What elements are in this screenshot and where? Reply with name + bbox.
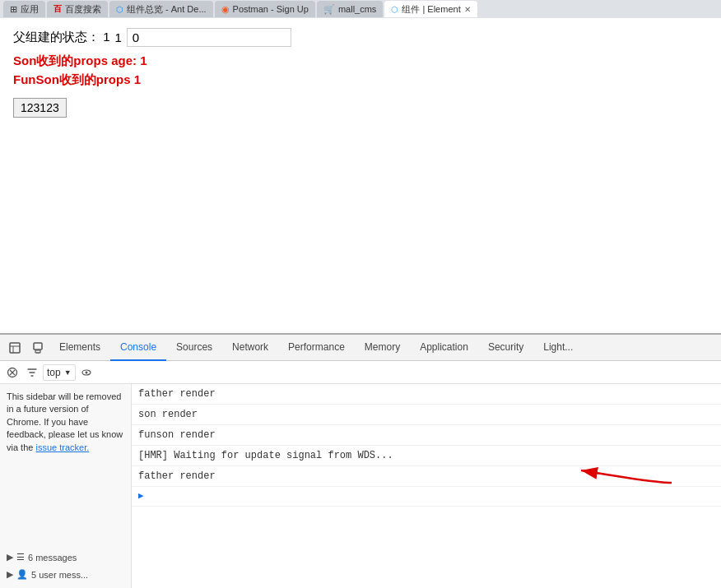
devtools-device-icon[interactable]	[26, 336, 49, 359]
tab-apps-label: 应用	[21, 3, 39, 16]
devtools-tab-network[interactable]: Network	[222, 335, 278, 361]
log-entry-2: son render	[132, 405, 721, 425]
console-filter-icon[interactable]	[23, 363, 41, 382]
console-eye-icon[interactable]	[77, 363, 95, 382]
son-props-value: 1	[140, 53, 147, 67]
son-props-row: Son收到的props age: 1	[13, 53, 708, 69]
state-label: 父组建的状态： 1	[13, 30, 110, 45]
log-text-3: funson render	[138, 428, 714, 442]
state-row: 父组建的状态： 1 1	[13, 28, 708, 47]
devtools-tab-elements-label: Elements	[59, 341, 100, 353]
devtools-tab-application-label: Application	[420, 341, 468, 353]
sidebar-user-messages-label: 5 user mess...	[31, 570, 88, 580]
tab-element[interactable]: ⬡ 组件 | Element ✕	[384, 1, 477, 17]
tab-baidu-label: 百度搜索	[65, 3, 101, 16]
devtools-tab-network-label: Network	[232, 341, 268, 353]
tab-apps[interactable]: ⊞ 应用	[3, 1, 45, 17]
sidebar-messages-row[interactable]: ▶ ☰ 6 messages	[7, 550, 124, 564]
devtools-tab-console[interactable]: Console	[110, 335, 166, 361]
tab-baidu[interactable]: 百 百度搜索	[47, 1, 108, 17]
console-input[interactable]	[97, 365, 718, 380]
state-input[interactable]	[127, 28, 291, 47]
log-text-1: father render	[138, 387, 714, 401]
devtools-body: This sidebar will be removed in a future…	[0, 384, 721, 588]
devtools-sidebar: This sidebar will be removed in a future…	[0, 384, 132, 588]
devtools-tab-security-label: Security	[488, 341, 523, 353]
console-clear-icon[interactable]	[3, 363, 21, 382]
console-toolbar: top ▼	[0, 361, 721, 384]
devtools-inspect-icon[interactable]	[3, 336, 26, 359]
svg-rect-1	[34, 343, 42, 350]
devtools-tab-security[interactable]: Security	[478, 335, 533, 361]
tab-postman-icon: ◉	[221, 4, 230, 15]
devtools-tab-sources[interactable]: Sources	[166, 335, 222, 361]
log-text-4: [HMR] Waiting for update signal from WDS…	[138, 448, 714, 463]
page-button[interactable]: 123123	[13, 98, 67, 118]
log-entry-1: father render	[132, 384, 721, 405]
browser-tabs-bar: ⊞ 应用 百 百度搜索 ⬡ 组件总览 - Ant De... ◉ Postman…	[0, 0, 721, 18]
tab-mallcms[interactable]: 🛒 mall_cms	[317, 1, 383, 17]
tab-postman-label: Postman - Sign Up	[233, 4, 309, 14]
tab-element-icon: ⬡	[391, 5, 398, 14]
log-input-arrow[interactable]: ▶	[138, 489, 144, 503]
sidebar-messages-arrow: ▶	[7, 552, 13, 563]
console-context-selector[interactable]: top ▼	[43, 364, 76, 381]
devtools-tab-memory[interactable]: Memory	[355, 335, 410, 361]
tab-antd[interactable]: ⬡ 组件总览 - Ant De...	[109, 1, 213, 17]
sidebar-issue-tracker-link[interactable]: issue tracker.	[35, 442, 89, 452]
log-entry-5: father render	[132, 466, 721, 487]
tab-mallcms-label: mall_cms	[338, 4, 376, 14]
sidebar-warning-text: This sidebar will be removed in a future…	[7, 391, 124, 454]
devtools-tab-sources-label: Sources	[176, 341, 212, 353]
state-value: 1	[115, 30, 122, 44]
console-log-area: father render son render funson render […	[132, 384, 721, 588]
funson-props-value: 1	[134, 72, 141, 86]
tab-postman[interactable]: ◉ Postman - Sign Up	[215, 1, 315, 17]
svg-rect-0	[10, 343, 20, 353]
console-context-label: top	[47, 367, 61, 378]
log-text-5: father render	[138, 469, 714, 484]
devtools-tab-bar: Elements Console Sources Network Perform…	[0, 335, 721, 361]
devtools-tab-application[interactable]: Application	[410, 335, 478, 361]
log-entry-4: [HMR] Waiting for update signal from WDS…	[132, 446, 721, 466]
sidebar-messages-icon: ☰	[16, 552, 25, 563]
sidebar-user-icon: 👤	[16, 569, 28, 580]
tab-apps-icon: ⊞	[10, 4, 17, 15]
devtools-tab-memory-label: Memory	[365, 341, 400, 353]
page-content: 父组建的状态： 1 1 Son收到的props age: 1 FunSon收到的…	[0, 18, 721, 351]
devtools-tab-performance[interactable]: Performance	[278, 335, 355, 361]
devtools-panel: Elements Console Sources Network Perform…	[0, 333, 721, 588]
tab-element-label: 组件 | Element	[402, 3, 460, 16]
tab-baidu-icon: 百	[53, 3, 62, 15]
funson-props-row: FunSon收到的props 1	[13, 72, 708, 88]
log-entry-3: funson render	[132, 425, 721, 446]
devtools-tab-lighthouse[interactable]: Light...	[533, 335, 583, 361]
svg-point-5	[85, 371, 87, 373]
tab-element-close[interactable]: ✕	[464, 5, 471, 14]
devtools-tab-performance-label: Performance	[288, 341, 345, 353]
tab-antd-label: 组件总览 - Ant De...	[127, 3, 207, 16]
tab-antd-icon: ⬡	[116, 5, 123, 14]
console-context-dropdown-icon: ▼	[64, 368, 72, 377]
devtools-tab-console-label: Console	[120, 341, 156, 353]
sidebar-user-messages-arrow: ▶	[7, 569, 13, 580]
tab-mallcms-icon: 🛒	[323, 4, 335, 15]
devtools-tab-lighthouse-label: Light...	[543, 341, 573, 353]
sidebar-bottom: ▶ ☰ 6 messages ▶ 👤 5 user mess...	[7, 550, 124, 581]
sidebar-messages-label: 6 messages	[28, 553, 77, 563]
son-props-label: Son收到的props age:	[13, 53, 140, 67]
devtools-tab-elements[interactable]: Elements	[49, 335, 110, 361]
log-text-2: son render	[138, 407, 714, 422]
sidebar-user-messages-row[interactable]: ▶ 👤 5 user mess...	[7, 567, 124, 581]
funson-props-label: FunSon收到的props	[13, 72, 134, 86]
log-entry-input[interactable]: ▶	[132, 487, 721, 507]
